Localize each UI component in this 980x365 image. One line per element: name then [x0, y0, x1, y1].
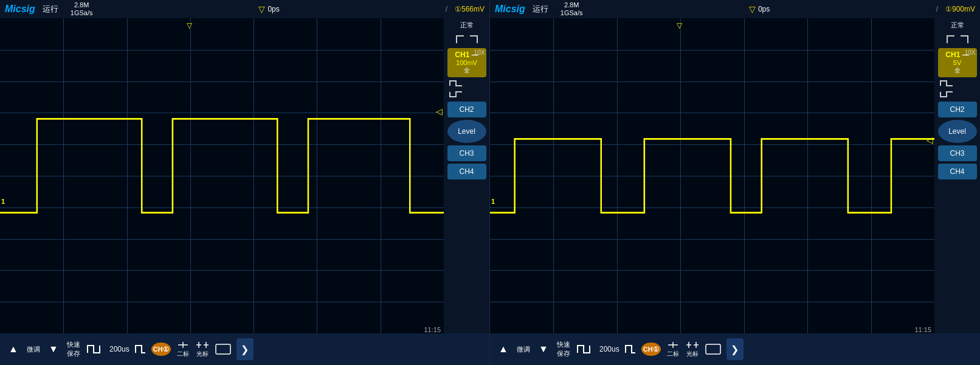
right-logo: Micsig — [495, 4, 525, 15]
left-time-badge: 11:15 — [424, 326, 441, 333]
left-cursor2-icon — [195, 341, 210, 349]
right-ch2-button[interactable]: CH2 — [938, 102, 977, 117]
right-ch4-button[interactable]: CH4 — [938, 164, 977, 179]
left-memory: 2.8M — [74, 1, 89, 9]
right-up-button[interactable]: ▲ — [495, 341, 512, 357]
left-trigger-voltage: ①566mV — [455, 5, 485, 13]
right-time-badge: 11:15 — [914, 326, 931, 333]
right-header: Micsig 运行 2.8M 1GSa/s ▽ 0ps / ①900mV — [490, 0, 980, 18]
right-cursor-group[interactable]: 二标 — [666, 341, 680, 358]
right-quicksave-group: 快速 保存 — [557, 340, 570, 358]
right-chevron-button[interactable]: ❯ — [726, 338, 744, 360]
left-quicksave-label: 快速 保存 — [67, 340, 80, 358]
right-status: 运行 — [533, 4, 548, 15]
left-squarewave-icon[interactable] — [85, 341, 105, 358]
left-trigger-arrow-right: ◁ — [436, 106, 443, 116]
left-status: 运行 — [43, 4, 58, 15]
right-time-offset: 0ps — [758, 5, 770, 13]
left-fall-btn[interactable] — [447, 89, 466, 99]
right-trigger-arrow-right: ◁ — [927, 135, 933, 145]
right-trigger-fall-icon — [958, 33, 970, 46]
right-time-base: ▽ 0ps — [590, 4, 928, 14]
left-fine-label: 微调 — [27, 345, 40, 354]
left-trigger-fall-icon — [468, 33, 480, 46]
left-ch2-button[interactable]: CH2 — [447, 102, 486, 117]
left-cursor2-group[interactable]: 光标 — [195, 341, 210, 358]
left-cursor2-label: 光标 — [196, 350, 209, 358]
left-ch1-full: 全 — [464, 66, 470, 75]
right-sample-rate: 1GSa/s — [561, 9, 583, 17]
left-ch4-button[interactable]: CH4 — [447, 164, 486, 179]
right-trigger-icons — [945, 33, 970, 46]
left-time-value: 200us — [109, 345, 129, 353]
left-ch1-marker: 1 — [1, 198, 5, 205]
right-fall-btn[interactable] — [938, 89, 956, 99]
left-ch1-trigger-btns — [447, 78, 486, 99]
left-trigger-icons — [454, 33, 480, 46]
left-trigger-arrow-top: ▽ — [187, 21, 192, 30]
left-ch1-circle[interactable]: CH① — [151, 342, 171, 356]
left-rise-btn[interactable] — [447, 78, 466, 88]
right-trigger-marker: ▽ — [749, 4, 756, 14]
left-sidebar: 正常 CH1 — 100mV 全 10X — [444, 18, 489, 333]
left-time-base: ▽ 0ps — [100, 4, 438, 14]
right-cursor2-group[interactable]: 光标 — [685, 341, 700, 358]
right-main-area: 1 ▽ ◁ 正常 CH1 — 5V 全 — [490, 18, 980, 333]
right-fine-label: 微调 — [517, 345, 530, 354]
right-squarewave-icon[interactable] — [575, 341, 595, 358]
right-ch1-marker: 1 — [491, 198, 495, 205]
left-trigger-marker: ▽ — [258, 4, 265, 14]
right-ch1-full: 全 — [954, 66, 961, 75]
right-level-button[interactable]: Level — [938, 120, 977, 143]
left-chevron-button[interactable]: ❯ — [236, 338, 254, 360]
left-ch1-block: CH1 — 100mV 全 10X — [447, 48, 486, 99]
right-ch1-trigger-btns — [938, 78, 977, 99]
right-footer: ▲ 微调 ▼ 快速 保存 200us CH① 二标 — [490, 333, 980, 365]
left-down-button[interactable]: ▼ — [45, 341, 62, 357]
right-ch1-circle[interactable]: CH① — [641, 342, 661, 356]
left-waveform — [0, 18, 444, 333]
left-oscilloscope: Micsig 运行 2.8M 1GSa/s ▽ 0ps / ①566mV — [0, 0, 490, 365]
right-memory: 2.8M — [564, 1, 579, 9]
right-oscilloscope: Micsig 运行 2.8M 1GSa/s ▽ 0ps / ①900mV — [490, 0, 980, 365]
left-normal-status: 正常 — [460, 21, 474, 30]
right-screen[interactable]: 1 ▽ ◁ — [490, 18, 934, 333]
right-screen-icon[interactable] — [705, 343, 722, 355]
left-cursor-group[interactable]: 二标 — [176, 341, 190, 358]
right-trigger-voltage: ①900mV — [945, 5, 975, 13]
right-divider: / — [936, 5, 938, 13]
left-fine-group: 微调 — [27, 345, 40, 354]
left-ch3-button[interactable]: CH3 — [447, 145, 486, 161]
left-cursor-label: 二标 — [177, 350, 189, 358]
right-ch1-value: 5V — [953, 59, 961, 66]
left-trigger-rise-icon — [454, 33, 466, 46]
left-time-offset: 0ps — [267, 5, 279, 13]
right-normal-status: 正常 — [951, 21, 964, 30]
left-ch1-tenx: 10X — [474, 49, 485, 56]
left-quicksave-group: 快速 保存 — [67, 340, 80, 358]
right-rise-btn[interactable] — [938, 78, 956, 88]
left-logo: Micsig — [5, 4, 35, 15]
left-screen-icon[interactable] — [215, 343, 232, 355]
right-down-button[interactable]: ▼ — [535, 341, 552, 357]
right-ch1-tenx: 10X — [965, 49, 976, 56]
left-pulse-icon[interactable] — [134, 341, 147, 358]
right-ch3-button[interactable]: CH3 — [938, 145, 977, 161]
left-ch1-value: 100mV — [456, 59, 477, 66]
right-cursor2-icon — [685, 341, 700, 349]
right-quicksave-label: 快速 保存 — [557, 340, 570, 358]
left-footer: ▲ 微调 ▼ 快速 保存 200us CH① 二标 — [0, 333, 489, 365]
right-cursor2-label: 光标 — [686, 350, 699, 358]
right-cursor-label: 二标 — [667, 350, 679, 358]
right-pulse-icon[interactable] — [624, 341, 637, 358]
left-cursor-icon — [176, 341, 190, 349]
left-level-button[interactable]: Level — [447, 120, 486, 143]
right-ch1-block: CH1 — 5V 全 10X — [938, 48, 977, 99]
left-memory-info: 2.8M 1GSa/s — [71, 1, 93, 17]
right-trigger-arrow-top: ▽ — [677, 21, 682, 30]
right-trigger-rise-icon — [945, 33, 957, 46]
right-time-value: 200us — [599, 345, 619, 353]
right-sidebar: 正常 CH1 — 5V 全 10X — [934, 18, 980, 333]
left-up-button[interactable]: ▲ — [5, 341, 22, 357]
left-screen[interactable]: 1 ▽ ◁ — [0, 18, 444, 333]
